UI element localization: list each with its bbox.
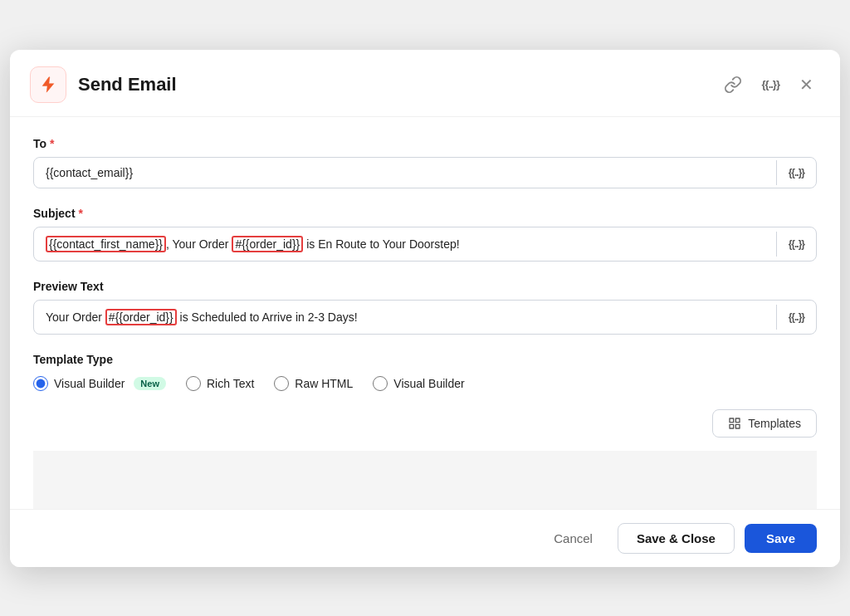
to-required-star: * bbox=[50, 137, 54, 150]
dialog-header: Send Email {{..}} ✕ bbox=[10, 50, 840, 117]
token-icon-button[interactable]: {{..}} bbox=[759, 75, 783, 94]
close-button[interactable]: ✕ bbox=[796, 71, 817, 98]
radio-rich-text-input[interactable] bbox=[186, 376, 201, 391]
subject-text-after: is En Route to Your Doorstep! bbox=[303, 237, 459, 251]
radio-raw-html-input[interactable] bbox=[274, 376, 289, 391]
subject-token-btn-icon: {{..}} bbox=[789, 238, 804, 250]
preview-text-token: #{{order_id}} bbox=[105, 309, 177, 325]
to-input-row: {{..}} bbox=[33, 157, 817, 188]
preview-token-btn-icon: {{..}} bbox=[789, 311, 804, 323]
subject-text-between: , Your Order bbox=[166, 237, 232, 251]
preview-text-label: Preview Text bbox=[33, 280, 817, 293]
templates-icon bbox=[728, 417, 741, 430]
link-icon bbox=[724, 76, 742, 94]
save-close-button[interactable]: Save & Close bbox=[618, 523, 735, 554]
radio-visual-builder-input[interactable] bbox=[33, 376, 48, 391]
preview-text-post: is Scheduled to Arrive in 2-3 Days! bbox=[177, 310, 358, 324]
cancel-button[interactable]: Cancel bbox=[539, 524, 608, 553]
preview-text-display[interactable]: Your Order #{{order_id}} is Scheduled to… bbox=[34, 301, 776, 334]
template-type-group: Template Type Visual Builder New Rich Te… bbox=[33, 353, 817, 391]
new-badge: New bbox=[134, 377, 166, 390]
radio-rich-text[interactable]: Rich Text bbox=[186, 376, 254, 391]
templates-button[interactable]: Templates bbox=[712, 409, 817, 438]
preview-token-button[interactable]: {{..}} bbox=[776, 305, 816, 330]
content-preview-area bbox=[33, 451, 817, 509]
preview-text-pre: Your Order bbox=[46, 310, 105, 324]
dialog-body: To * {{..}} Subject * {{contact_first_na… bbox=[10, 117, 840, 509]
preview-text-field-group: Preview Text Your Order #{{order_id}} is… bbox=[33, 280, 817, 335]
dialog-title: Send Email bbox=[78, 74, 721, 95]
subject-field-group: Subject * {{contact_first_name}} , Your … bbox=[33, 207, 817, 262]
dialog-footer: Cancel Save & Close Save bbox=[10, 509, 840, 567]
svg-rect-1 bbox=[736, 418, 740, 423]
header-actions: {{..}} ✕ bbox=[721, 71, 817, 98]
to-label: To * bbox=[33, 137, 817, 150]
to-field-group: To * {{..}} bbox=[33, 137, 817, 188]
svg-rect-3 bbox=[736, 424, 740, 428]
link-icon-button[interactable] bbox=[721, 72, 745, 97]
send-email-dialog: Send Email {{..}} ✕ To * bbox=[10, 50, 840, 567]
subject-required-star: * bbox=[79, 207, 83, 220]
preview-text-input-row: Your Order #{{order_id}} is Scheduled to… bbox=[33, 300, 817, 335]
templates-btn-label: Templates bbox=[748, 417, 801, 430]
subject-label: Subject * bbox=[33, 207, 817, 220]
radio-visual-builder-2-input[interactable] bbox=[373, 376, 388, 391]
subject-input-row: {{contact_first_name}} , Your Order #{{o… bbox=[33, 227, 817, 262]
token-btn-icon: {{..}} bbox=[789, 167, 804, 178]
dialog-icon-box bbox=[30, 66, 66, 103]
templates-row: Templates bbox=[33, 409, 817, 438]
radio-raw-html[interactable]: Raw HTML bbox=[274, 376, 353, 391]
svg-rect-0 bbox=[730, 418, 734, 423]
radio-group: Visual Builder New Rich Text Raw HTML Vi… bbox=[33, 376, 817, 391]
subject-token-1: {{contact_first_name}} bbox=[46, 236, 166, 252]
template-type-label: Template Type bbox=[33, 353, 817, 366]
close-icon: ✕ bbox=[799, 75, 813, 95]
radio-visual-builder-2[interactable]: Visual Builder bbox=[373, 376, 464, 391]
lightning-bolt-icon bbox=[39, 76, 57, 94]
to-input[interactable] bbox=[34, 158, 776, 188]
subject-token-button[interactable]: {{..}} bbox=[776, 232, 816, 257]
save-button[interactable]: Save bbox=[745, 524, 817, 553]
subject-token-2: #{{order_id}} bbox=[232, 236, 303, 252]
radio-visual-builder[interactable]: Visual Builder New bbox=[33, 376, 166, 391]
svg-rect-2 bbox=[730, 424, 734, 428]
radio-raw-html-label: Raw HTML bbox=[295, 377, 353, 390]
token-icon: {{..}} bbox=[762, 78, 779, 90]
to-token-button[interactable]: {{..}} bbox=[776, 160, 816, 185]
radio-rich-text-label: Rich Text bbox=[207, 377, 254, 390]
subject-display[interactable]: {{contact_first_name}} , Your Order #{{o… bbox=[34, 227, 776, 261]
radio-visual-builder-label: Visual Builder bbox=[54, 377, 125, 390]
radio-visual-builder-2-label: Visual Builder bbox=[393, 377, 464, 390]
